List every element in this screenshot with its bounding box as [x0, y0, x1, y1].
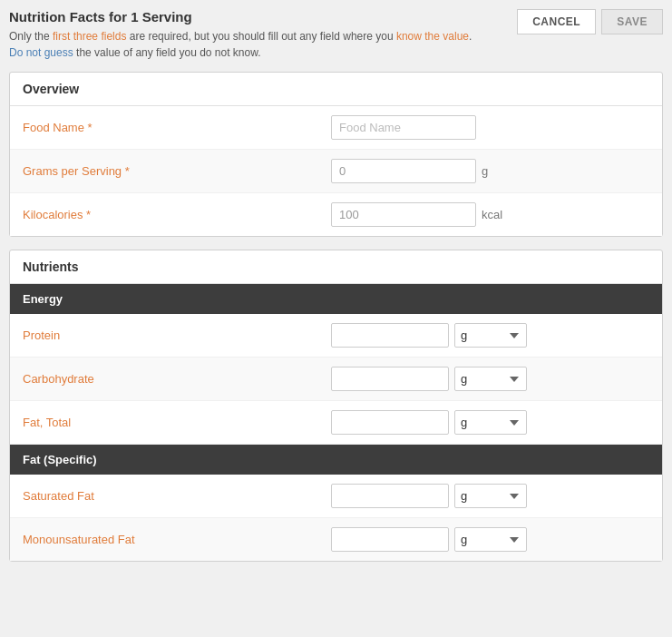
saturated-fat-input-area: g mg µg: [331, 484, 527, 508]
save-button[interactable]: SAVE: [601, 9, 663, 34]
food-name-input-area: [331, 115, 476, 140]
grams-serving-input-area: g: [331, 159, 488, 183]
fat-total-row: Fat, Total g mg µg: [10, 401, 662, 445]
subtitle-suffix: the value of any field you do not know.: [73, 46, 261, 59]
nutrients-header: Nutrients: [10, 250, 662, 284]
kilocalories-row: Kilocalories * kcal: [10, 193, 662, 236]
fat-total-label: Fat, Total: [23, 416, 331, 429]
overview-header: Overview: [10, 73, 662, 106]
protein-label: Protein: [23, 328, 331, 342]
grams-unit-label: g: [482, 164, 488, 178]
carbohydrate-input[interactable]: [331, 367, 449, 391]
nutrients-card: Nutrients Energy Protein g mg µg Carbohy…: [9, 250, 663, 562]
page-header: Nutrition Facts for 1 Serving Only the f…: [9, 9, 663, 61]
kcal-unit-label: kcal: [482, 208, 502, 221]
page-container: Nutrition Facts for 1 Serving Only the f…: [9, 9, 663, 562]
food-name-input[interactable]: [331, 115, 476, 140]
carbohydrate-unit-select[interactable]: g mg µg: [454, 367, 527, 391]
fat-specific-group-header: Fat (Specific): [10, 445, 662, 475]
fat-total-input[interactable]: [331, 410, 449, 435]
subtitle-highlight-guess: Do not guess: [9, 46, 73, 59]
subtitle-highlight-required: first three fields: [53, 30, 126, 43]
food-name-label: Food Name *: [23, 121, 331, 134]
fat-total-unit-select[interactable]: g mg µg: [454, 410, 527, 435]
grams-serving-row: Grams per Serving * g: [10, 150, 662, 193]
saturated-fat-row: Saturated Fat g mg µg: [10, 475, 662, 518]
kilocalories-label: Kilocalories *: [23, 208, 331, 221]
protein-unit-select[interactable]: g mg µg: [454, 323, 527, 348]
protein-input-area: g mg µg: [331, 323, 527, 348]
subtitle-period: .: [469, 30, 472, 43]
subtitle-highlight-know: know the value: [396, 30, 469, 43]
grams-serving-label: Grams per Serving *: [23, 164, 331, 178]
carbohydrate-label: Carbohydrate: [23, 372, 331, 386]
saturated-fat-unit-select[interactable]: g mg µg: [454, 484, 527, 508]
kilocalories-input[interactable]: [331, 202, 476, 227]
monounsaturated-fat-row: Monounsaturated Fat g mg µg: [10, 518, 662, 561]
fat-total-input-area: g mg µg: [331, 410, 527, 435]
grams-serving-input[interactable]: [331, 159, 476, 183]
monounsaturated-fat-unit-select[interactable]: g mg µg: [454, 527, 527, 552]
monounsaturated-fat-input-area: g mg µg: [331, 527, 527, 552]
header-text-block: Nutrition Facts for 1 Serving Only the f…: [9, 9, 472, 61]
page-title: Nutrition Facts for 1 Serving: [9, 9, 472, 24]
protein-row: Protein g mg µg: [10, 314, 662, 358]
saturated-fat-label: Saturated Fat: [23, 489, 331, 503]
overview-card: Overview Food Name * Grams per Serving *…: [9, 72, 663, 237]
header-buttons: CANCEL SAVE: [517, 9, 663, 34]
saturated-fat-input[interactable]: [331, 484, 449, 508]
carbohydrate-row: Carbohydrate g mg µg: [10, 358, 662, 401]
protein-input[interactable]: [331, 323, 449, 348]
subtitle-mid: are required, but you should fill out an…: [126, 30, 396, 43]
food-name-row: Food Name *: [10, 106, 662, 150]
energy-group-header: Energy: [10, 284, 662, 314]
kilocalories-input-area: kcal: [331, 202, 502, 227]
cancel-button[interactable]: CANCEL: [517, 9, 596, 34]
monounsaturated-fat-label: Monounsaturated Fat: [23, 533, 331, 546]
subtitle-prefix: Only the: [9, 30, 53, 43]
monounsaturated-fat-input[interactable]: [331, 527, 449, 552]
page-subtitle: Only the first three fields are required…: [9, 28, 472, 61]
carbohydrate-input-area: g mg µg: [331, 367, 527, 391]
